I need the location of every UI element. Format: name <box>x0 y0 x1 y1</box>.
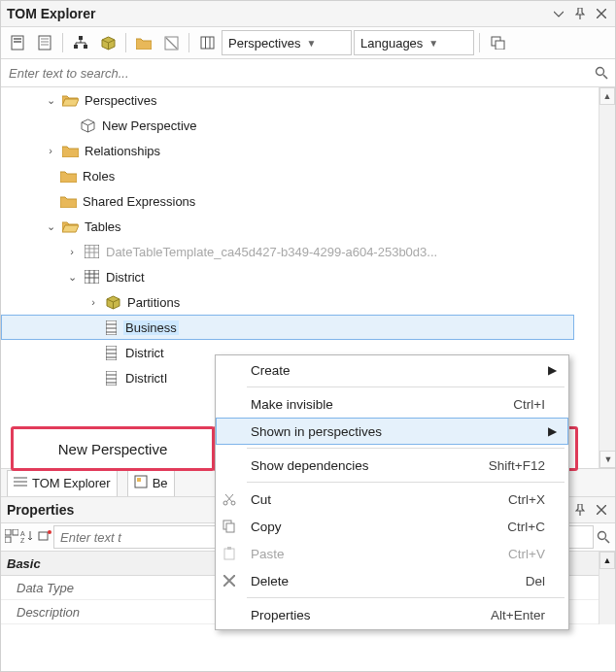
scroll-down-icon[interactable]: ▼ <box>599 451 615 468</box>
search-icon[interactable] <box>588 66 615 80</box>
pin-icon[interactable] <box>572 502 588 518</box>
property-icon[interactable] <box>38 529 51 546</box>
svg-rect-57 <box>5 537 11 543</box>
svg-rect-47 <box>226 523 234 532</box>
svg-rect-9 <box>84 45 87 49</box>
toolbar-btn-1[interactable] <box>5 30 30 55</box>
vertical-scrollbar[interactable]: ▲ ▼ <box>599 87 615 468</box>
table-icon <box>83 269 100 285</box>
tree-item-tables[interactable]: ⌄ Tables <box>1 214 594 239</box>
menu-create[interactable]: Create▶ <box>216 356 568 384</box>
chevron-down-icon: ▼ <box>306 38 316 49</box>
categorize-icon[interactable] <box>5 529 18 546</box>
svg-rect-1 <box>14 38 21 40</box>
tree-label: Partitions <box>125 295 182 310</box>
copy-icon <box>216 520 243 533</box>
sort-icon[interactable]: AZ <box>20 529 34 546</box>
panel-title: TOM Explorer <box>7 6 545 21</box>
separator <box>188 33 189 52</box>
tree-item-partitions[interactable]: › Partitions <box>1 289 594 315</box>
svg-rect-18 <box>85 245 99 258</box>
menu-show-dependencies[interactable]: Show dependenciesShift+F12 <box>216 452 568 479</box>
svg-line-17 <box>603 75 607 79</box>
svg-text:Z: Z <box>20 537 25 543</box>
menu-paste: PasteCtrl+V <box>216 540 568 567</box>
tab-icon <box>134 475 148 491</box>
tree-label: DateTableTemplate_ca45d427-b349-4299-a60… <box>104 245 439 259</box>
menu-separator <box>247 482 565 483</box>
menu-separator <box>247 448 565 449</box>
hierarchy-icon[interactable] <box>68 30 93 55</box>
folder-open-icon <box>61 92 79 108</box>
svg-rect-49 <box>227 547 231 550</box>
menu-separator <box>247 386 565 387</box>
tree-item-shared-expressions[interactable]: Shared Expressions <box>1 188 594 214</box>
menu-separator <box>247 597 565 598</box>
collapse-icon[interactable]: ⌄ <box>65 271 79 284</box>
close-icon[interactable] <box>594 6 609 21</box>
menu-make-invisible[interactable]: Make invisibleCtrl+I <box>216 390 568 418</box>
close-icon[interactable] <box>594 502 609 518</box>
svg-rect-11 <box>201 37 214 49</box>
tab-tom-explorer[interactable]: TOM Explorer <box>7 470 118 496</box>
svg-text:A: A <box>20 530 25 537</box>
annotation-new-perspective: New Perspective <box>11 426 215 471</box>
tab-be[interactable]: Be <box>127 470 175 496</box>
toolbar-btn-2[interactable] <box>32 30 57 55</box>
expand-icon[interactable]: › <box>65 246 79 257</box>
folder-open-icon <box>61 218 79 234</box>
tree-item-new-perspective[interactable]: New Perspective <box>1 113 594 138</box>
menu-copy[interactable]: CopyCtrl+C <box>216 513 568 540</box>
tree-item-roles[interactable]: Roles <box>1 163 594 188</box>
tree-item-perspectives[interactable]: ⌄ Perspectives <box>1 87 594 113</box>
menu-cut[interactable]: CutCtrl+X <box>216 486 568 513</box>
menu-delete[interactable]: DeleteDel <box>216 567 568 594</box>
cube-icon[interactable] <box>95 30 120 55</box>
chevron-down-icon: ▼ <box>428 38 438 49</box>
expand-icon[interactable]: › <box>44 145 57 156</box>
column-icon <box>102 319 120 335</box>
folder-icon <box>59 168 77 184</box>
menu-shown-in-perspectives[interactable]: Shown in perspectives▶ <box>216 418 568 445</box>
separator <box>125 33 126 52</box>
tree-label: District <box>104 270 147 285</box>
svg-rect-7 <box>79 36 83 40</box>
folder-icon[interactable] <box>131 30 156 55</box>
svg-rect-60 <box>39 532 48 540</box>
tree-item-date-template[interactable]: › DateTableTemplate_ca45d427-b349-4299-a… <box>1 239 594 264</box>
tree-item-business[interactable]: Business <box>1 315 574 340</box>
perspective-icon <box>79 118 96 133</box>
combo-label: Perspectives <box>228 36 300 50</box>
svg-line-63 <box>605 539 609 543</box>
search-bar <box>1 59 615 87</box>
columns-icon[interactable] <box>194 30 220 55</box>
pin-icon[interactable] <box>572 6 588 21</box>
tree-item-district[interactable]: ⌄ District <box>1 264 594 289</box>
panel-header: TOM Explorer <box>1 1 615 27</box>
svg-point-62 <box>599 532 606 540</box>
search-input[interactable] <box>1 60 588 85</box>
svg-rect-54 <box>137 478 141 482</box>
tree-label: Shared Expressions <box>81 194 197 209</box>
tab-label: Be <box>153 476 168 490</box>
tree-item-relationships[interactable]: › Relationships <box>1 138 594 163</box>
filter-icon[interactable] <box>158 30 184 55</box>
scroll-up-icon[interactable]: ▲ <box>599 552 615 569</box>
folder-icon <box>59 193 77 209</box>
scroll-up-icon[interactable]: ▲ <box>599 87 615 105</box>
tree-label: Business <box>123 320 179 335</box>
paste-icon <box>216 547 243 560</box>
collapse-icon[interactable]: ⌄ <box>44 94 57 107</box>
search-icon[interactable] <box>596 529 611 545</box>
perspectives-combo[interactable]: Perspectives ▼ <box>222 30 352 55</box>
collapse-icon[interactable]: ⌄ <box>44 220 57 233</box>
languages-combo[interactable]: Languages ▼ <box>354 30 474 55</box>
column-icon <box>102 370 120 386</box>
dropdown-position-icon[interactable] <box>551 6 566 21</box>
expand-icon[interactable]: › <box>86 296 100 308</box>
delete-icon <box>216 575 243 587</box>
menu-properties[interactable]: PropertiesAlt+Enter <box>216 601 568 628</box>
svg-rect-48 <box>224 549 234 559</box>
tab-icon <box>14 476 27 490</box>
toolbar-btn-last[interactable] <box>485 30 510 55</box>
